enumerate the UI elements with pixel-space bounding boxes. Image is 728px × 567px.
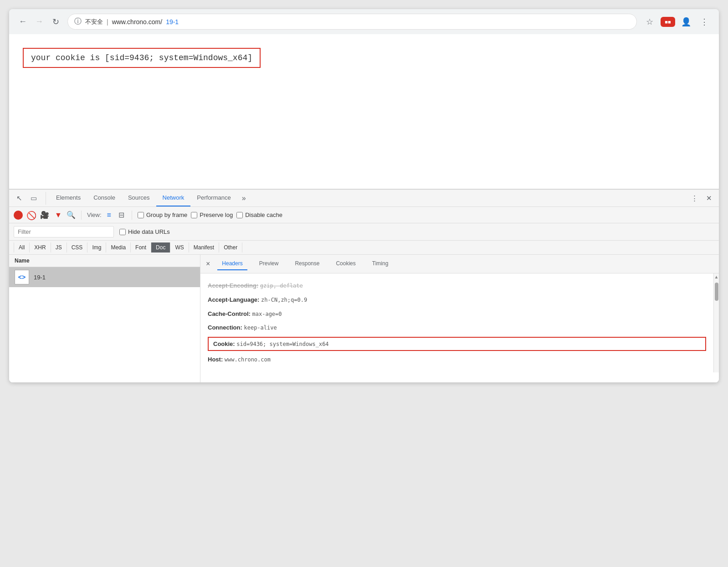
- url-base: www.chrono.com/: [112, 18, 162, 26]
- bookmark-button[interactable]: ☆: [642, 15, 657, 29]
- list-view-button[interactable]: ≡: [105, 210, 113, 220]
- filter-js[interactable]: JS: [51, 242, 67, 253]
- url-separator: |: [107, 18, 108, 26]
- devtools-close-button[interactable]: ✕: [702, 192, 715, 205]
- profile-button[interactable]: 👤: [679, 15, 693, 29]
- tab-performance[interactable]: Performance: [190, 190, 237, 206]
- refresh-button[interactable]: ↻: [49, 15, 62, 28]
- file-icon: <>: [15, 270, 29, 284]
- account-icon: 👤: [681, 17, 691, 27]
- detail-panel: × Headers Preview Response Cookies Timin…: [200, 255, 719, 382]
- detail-tab-headers[interactable]: Headers: [217, 258, 247, 270]
- detail-tab-cookies[interactable]: Cookies: [331, 258, 360, 270]
- filter-bar: Hide data URLs: [9, 223, 719, 241]
- view-label: View:: [87, 211, 102, 218]
- detail-tab-timing[interactable]: Timing: [368, 258, 393, 270]
- extensions-button[interactable]: ■■: [661, 17, 675, 27]
- header-cookie: Cookie: sid=9436; system=Windows_x64: [208, 337, 706, 351]
- detail-scrollbar[interactable]: ▲: [713, 273, 719, 372]
- filter-media[interactable]: Media: [106, 242, 131, 253]
- extensions-icon: ■■: [665, 19, 671, 25]
- hide-data-urls-checkbox[interactable]: [119, 229, 126, 235]
- screenshot-button[interactable]: 🎥: [39, 211, 50, 220]
- type-filter-bar: All XHR JS CSS Img Media Font Doc WS Man…: [9, 241, 719, 255]
- header-connection: Connection: keep-alive: [208, 321, 706, 335]
- hide-data-urls-label[interactable]: Hide data URLs: [119, 228, 170, 235]
- devtools-menu-button[interactable]: ⋮: [688, 192, 701, 205]
- disable-cache-label[interactable]: Disable cache: [236, 211, 282, 218]
- tab-console[interactable]: Console: [87, 190, 122, 206]
- filter-css[interactable]: CSS: [67, 242, 88, 253]
- header-name-accept-language: Accept-Language:: [208, 296, 259, 303]
- header-value-accept-language: zh-CN,zh;q=0.9: [261, 297, 307, 303]
- group-by-frame-checkbox[interactable]: [138, 212, 144, 218]
- detail-tab-response[interactable]: Response: [290, 258, 324, 270]
- file-icon-text: <>: [18, 273, 26, 281]
- name-header: Name: [9, 255, 200, 267]
- header-cache-control: Cache-Control: max-age=0: [208, 307, 706, 321]
- scroll-up-arrow[interactable]: ▲: [714, 274, 719, 281]
- cookie-text: your cookie is [sid=9436; system=Windows…: [31, 53, 252, 62]
- browser-window: ← → ↻ ⓘ 不安全 | www.chrono.com/19-1 ☆ ■■ 👤…: [9, 9, 719, 382]
- detail-header: × Headers Preview Response Cookies Timin…: [200, 255, 719, 273]
- forward-button[interactable]: →: [33, 15, 46, 28]
- network-panel: Name <> 19-1 × Headers Preview: [9, 255, 719, 382]
- devtools-close-area: ⋮ ✕: [688, 192, 715, 205]
- toolbar-separator-2: [132, 211, 132, 220]
- title-bar: ← → ↻ ⓘ 不安全 | www.chrono.com/19-1 ☆ ■■ 👤…: [9, 9, 719, 34]
- header-value-cache-control: max-age=0: [252, 311, 282, 317]
- devtools: ↖ ▭ Elements Console Sources Network Per…: [9, 189, 719, 382]
- info-icon: ⓘ: [74, 17, 82, 26]
- header-value-accept-encoding: gzip, deflate: [260, 283, 303, 289]
- insecure-label: 不安全: [85, 18, 103, 26]
- disable-cache-checkbox[interactable]: [236, 212, 243, 218]
- filter-all[interactable]: All: [14, 242, 30, 253]
- cursor-icon-btn[interactable]: ↖: [13, 192, 26, 205]
- filter-xhr[interactable]: XHR: [30, 242, 51, 253]
- toolbar-separator: [81, 211, 82, 220]
- filter-button[interactable]: ▼: [54, 211, 63, 220]
- header-value-connection: keep-alive: [244, 325, 277, 331]
- filter-other[interactable]: Other: [219, 242, 242, 253]
- back-button[interactable]: ←: [16, 15, 29, 28]
- group-by-frame-label[interactable]: Group by frame: [138, 211, 187, 218]
- devtools-icons: ↖ ▭: [13, 192, 46, 205]
- header-value-cookie: sid=9436; system=Windows_x64: [236, 341, 328, 347]
- devtools-tab-bar: ↖ ▭ Elements Console Sources Network Per…: [9, 190, 719, 207]
- filter-input[interactable]: [14, 226, 114, 237]
- network-row-19-1[interactable]: <> 19-1: [9, 267, 200, 287]
- detail-close-button[interactable]: ×: [206, 260, 210, 268]
- clear-button[interactable]: 🚫: [26, 211, 36, 220]
- tab-elements[interactable]: Elements: [50, 190, 87, 206]
- chrome-menu-button[interactable]: ⋮: [697, 15, 712, 29]
- header-name-accept-encoding: Accept-Encoding:: [208, 282, 258, 289]
- page-content: your cookie is [sid=9436; system=Windows…: [9, 34, 719, 189]
- filter-font[interactable]: Font: [131, 242, 151, 253]
- filter-img[interactable]: Img: [87, 242, 106, 253]
- search-button[interactable]: 🔍: [67, 211, 76, 220]
- preserve-log-label[interactable]: Preserve log: [191, 211, 233, 218]
- record-button[interactable]: [14, 211, 23, 220]
- tab-network[interactable]: Network: [156, 190, 191, 206]
- scroll-thumb[interactable]: [715, 283, 718, 301]
- preserve-log-checkbox[interactable]: [191, 212, 197, 218]
- detail-content-area: Accept-Encoding: gzip, deflate Accept-La…: [200, 273, 719, 372]
- tab-sources[interactable]: Sources: [122, 190, 156, 206]
- header-name-cache-control: Cache-Control:: [208, 310, 251, 317]
- grid-view-button[interactable]: ⊟: [117, 210, 126, 220]
- filter-doc[interactable]: Doc: [151, 242, 170, 253]
- detail-content: Accept-Encoding: gzip, deflate Accept-La…: [200, 273, 713, 372]
- cookie-display: your cookie is [sid=9436; system=Windows…: [23, 48, 261, 68]
- header-accept-encoding: Accept-Encoding: gzip, deflate: [208, 279, 706, 293]
- detail-tab-preview[interactable]: Preview: [255, 258, 283, 270]
- header-name-host: Host:: [208, 356, 223, 363]
- file-name: 19-1: [34, 274, 46, 281]
- filter-manifest[interactable]: Manifest: [189, 242, 219, 253]
- header-accept-language: Accept-Language: zh-CN,zh;q=0.9: [208, 293, 706, 307]
- more-tabs-button[interactable]: »: [237, 191, 251, 206]
- device-icon-btn[interactable]: ▭: [27, 192, 40, 205]
- cursor-icon: ↖: [16, 194, 22, 202]
- address-bar[interactable]: ⓘ 不安全 | www.chrono.com/19-1: [67, 14, 637, 30]
- filter-ws[interactable]: WS: [170, 242, 189, 253]
- header-name-connection: Connection:: [208, 324, 242, 331]
